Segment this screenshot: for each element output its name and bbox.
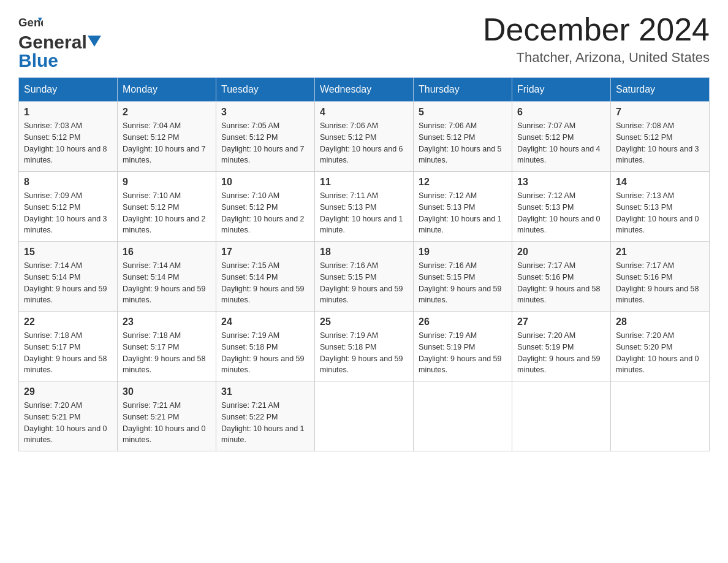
calendar-cell: 30Sunrise: 7:21 AMSunset: 5:21 PMDayligh… <box>118 381 216 451</box>
day-info: Sunrise: 7:19 AMSunset: 5:18 PMDaylight:… <box>221 330 309 376</box>
calendar-cell <box>315 381 414 451</box>
title-block: December 2024 Thatcher, Arizona, United … <box>483 12 710 66</box>
day-number: 8 <box>24 177 112 188</box>
day-number: 11 <box>320 177 408 188</box>
day-number: 1 <box>24 107 112 118</box>
calendar-header: SundayMondayTuesdayWednesdayThursdayFrid… <box>19 78 710 102</box>
logo-blue: Blue <box>18 50 58 71</box>
day-info: Sunrise: 7:05 AMSunset: 5:12 PMDaylight:… <box>221 120 309 166</box>
day-info: Sunrise: 7:10 AMSunset: 5:12 PMDaylight:… <box>123 190 211 236</box>
day-number: 3 <box>221 107 309 118</box>
calendar-cell: 18Sunrise: 7:16 AMSunset: 5:15 PMDayligh… <box>315 242 414 312</box>
day-info: Sunrise: 7:20 AMSunset: 5:19 PMDaylight:… <box>517 330 605 376</box>
day-number: 5 <box>419 107 507 118</box>
day-number: 25 <box>320 316 408 327</box>
calendar-cell: 1Sunrise: 7:03 AMSunset: 5:12 PMDaylight… <box>19 102 118 172</box>
week-row-1: 1Sunrise: 7:03 AMSunset: 5:12 PMDaylight… <box>19 102 710 172</box>
day-info: Sunrise: 7:08 AMSunset: 5:12 PMDaylight:… <box>616 120 704 166</box>
month-title: December 2024 <box>483 12 710 47</box>
location-title: Thatcher, Arizona, United States <box>483 50 710 66</box>
day-number: 19 <box>419 247 507 258</box>
logo-triangle-icon <box>88 36 101 47</box>
calendar-cell: 19Sunrise: 7:16 AMSunset: 5:15 PMDayligh… <box>414 242 512 312</box>
col-header-thursday: Thursday <box>414 78 512 102</box>
calendar-cell: 4Sunrise: 7:06 AMSunset: 5:12 PMDaylight… <box>315 102 414 172</box>
calendar-cell: 25Sunrise: 7:19 AMSunset: 5:18 PMDayligh… <box>315 312 414 381</box>
day-info: Sunrise: 7:15 AMSunset: 5:14 PMDaylight:… <box>221 260 309 306</box>
day-info: Sunrise: 7:21 AMSunset: 5:21 PMDaylight:… <box>123 400 211 446</box>
day-number: 31 <box>221 386 309 397</box>
day-info: Sunrise: 7:14 AMSunset: 5:14 PMDaylight:… <box>24 260 112 306</box>
day-number: 29 <box>24 386 112 397</box>
day-info: Sunrise: 7:09 AMSunset: 5:12 PMDaylight:… <box>24 190 112 236</box>
calendar-cell: 2Sunrise: 7:04 AMSunset: 5:12 PMDaylight… <box>118 102 216 172</box>
calendar-cell: 24Sunrise: 7:19 AMSunset: 5:18 PMDayligh… <box>216 312 315 381</box>
page-header: General General Blue December 2024 Thatc… <box>18 12 710 71</box>
week-row-3: 15Sunrise: 7:14 AMSunset: 5:14 PMDayligh… <box>19 242 710 312</box>
day-number: 13 <box>517 177 605 188</box>
calendar-cell: 12Sunrise: 7:12 AMSunset: 5:13 PMDayligh… <box>414 172 512 242</box>
day-info: Sunrise: 7:19 AMSunset: 5:19 PMDaylight:… <box>419 330 507 376</box>
col-header-saturday: Saturday <box>611 78 710 102</box>
calendar-table: SundayMondayTuesdayWednesdayThursdayFrid… <box>18 77 710 451</box>
day-info: Sunrise: 7:04 AMSunset: 5:12 PMDaylight:… <box>123 120 211 166</box>
calendar-cell: 6Sunrise: 7:07 AMSunset: 5:12 PMDaylight… <box>512 102 611 172</box>
logo: General General Blue <box>18 12 102 71</box>
calendar-cell: 13Sunrise: 7:12 AMSunset: 5:13 PMDayligh… <box>512 172 611 242</box>
day-number: 26 <box>419 316 507 327</box>
calendar-cell: 8Sunrise: 7:09 AMSunset: 5:12 PMDaylight… <box>19 172 118 242</box>
day-number: 28 <box>616 316 704 327</box>
day-number: 22 <box>24 316 112 327</box>
day-info: Sunrise: 7:16 AMSunset: 5:15 PMDaylight:… <box>320 260 408 306</box>
days-of-week-row: SundayMondayTuesdayWednesdayThursdayFrid… <box>19 78 710 102</box>
calendar-cell: 10Sunrise: 7:10 AMSunset: 5:12 PMDayligh… <box>216 172 315 242</box>
day-info: Sunrise: 7:17 AMSunset: 5:16 PMDaylight:… <box>616 260 704 306</box>
calendar-cell: 7Sunrise: 7:08 AMSunset: 5:12 PMDaylight… <box>611 102 710 172</box>
col-header-sunday: Sunday <box>19 78 118 102</box>
day-number: 15 <box>24 247 112 258</box>
calendar-cell: 3Sunrise: 7:05 AMSunset: 5:12 PMDaylight… <box>216 102 315 172</box>
calendar-cell: 15Sunrise: 7:14 AMSunset: 5:14 PMDayligh… <box>19 242 118 312</box>
day-number: 2 <box>123 107 211 118</box>
day-info: Sunrise: 7:12 AMSunset: 5:13 PMDaylight:… <box>419 190 507 236</box>
day-number: 12 <box>419 177 507 188</box>
week-row-4: 22Sunrise: 7:18 AMSunset: 5:17 PMDayligh… <box>19 312 710 381</box>
col-header-wednesday: Wednesday <box>315 78 414 102</box>
day-number: 14 <box>616 177 704 188</box>
calendar-cell: 16Sunrise: 7:14 AMSunset: 5:14 PMDayligh… <box>118 242 216 312</box>
day-info: Sunrise: 7:07 AMSunset: 5:12 PMDaylight:… <box>517 120 605 166</box>
calendar-cell <box>611 381 710 451</box>
day-number: 24 <box>221 316 309 327</box>
day-number: 23 <box>123 316 211 327</box>
day-info: Sunrise: 7:18 AMSunset: 5:17 PMDaylight:… <box>123 330 211 376</box>
calendar-cell: 22Sunrise: 7:18 AMSunset: 5:17 PMDayligh… <box>19 312 118 381</box>
day-info: Sunrise: 7:14 AMSunset: 5:14 PMDaylight:… <box>123 260 211 306</box>
day-number: 30 <box>123 386 211 397</box>
day-number: 10 <box>221 177 309 188</box>
day-info: Sunrise: 7:11 AMSunset: 5:13 PMDaylight:… <box>320 190 408 236</box>
day-number: 16 <box>123 247 211 258</box>
col-header-monday: Monday <box>118 78 216 102</box>
day-info: Sunrise: 7:10 AMSunset: 5:12 PMDaylight:… <box>221 190 309 236</box>
day-number: 6 <box>517 107 605 118</box>
calendar-cell: 11Sunrise: 7:11 AMSunset: 5:13 PMDayligh… <box>315 172 414 242</box>
day-number: 21 <box>616 247 704 258</box>
day-info: Sunrise: 7:19 AMSunset: 5:18 PMDaylight:… <box>320 330 408 376</box>
day-info: Sunrise: 7:21 AMSunset: 5:22 PMDaylight:… <box>221 400 309 446</box>
calendar-cell: 17Sunrise: 7:15 AMSunset: 5:14 PMDayligh… <box>216 242 315 312</box>
day-info: Sunrise: 7:06 AMSunset: 5:12 PMDaylight:… <box>320 120 408 166</box>
week-row-2: 8Sunrise: 7:09 AMSunset: 5:12 PMDaylight… <box>19 172 710 242</box>
day-number: 27 <box>517 316 605 327</box>
calendar-cell: 21Sunrise: 7:17 AMSunset: 5:16 PMDayligh… <box>611 242 710 312</box>
day-info: Sunrise: 7:18 AMSunset: 5:17 PMDaylight:… <box>24 330 112 376</box>
day-info: Sunrise: 7:20 AMSunset: 5:20 PMDaylight:… <box>616 330 704 376</box>
calendar-cell: 14Sunrise: 7:13 AMSunset: 5:13 PMDayligh… <box>611 172 710 242</box>
calendar-cell: 28Sunrise: 7:20 AMSunset: 5:20 PMDayligh… <box>611 312 710 381</box>
logo-general: General <box>18 32 87 53</box>
calendar-cell <box>414 381 512 451</box>
day-number: 17 <box>221 247 309 258</box>
day-number: 20 <box>517 247 605 258</box>
day-info: Sunrise: 7:17 AMSunset: 5:16 PMDaylight:… <box>517 260 605 306</box>
calendar-cell: 26Sunrise: 7:19 AMSunset: 5:19 PMDayligh… <box>414 312 512 381</box>
day-number: 7 <box>616 107 704 118</box>
